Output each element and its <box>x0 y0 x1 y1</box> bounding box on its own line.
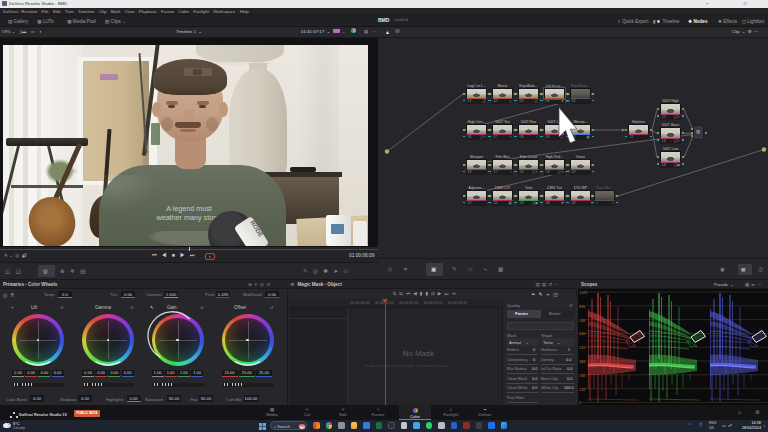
svg-text:512: 512 <box>579 346 585 350</box>
svg-text:384: 384 <box>579 360 585 364</box>
svg-text:256: 256 <box>579 374 585 378</box>
svg-text:128: 128 <box>579 388 585 392</box>
svg-text:640: 640 <box>579 332 585 336</box>
svg-text:896: 896 <box>579 305 585 309</box>
svg-text:1023: 1023 <box>579 291 587 295</box>
svg-text:768: 768 <box>579 319 585 323</box>
